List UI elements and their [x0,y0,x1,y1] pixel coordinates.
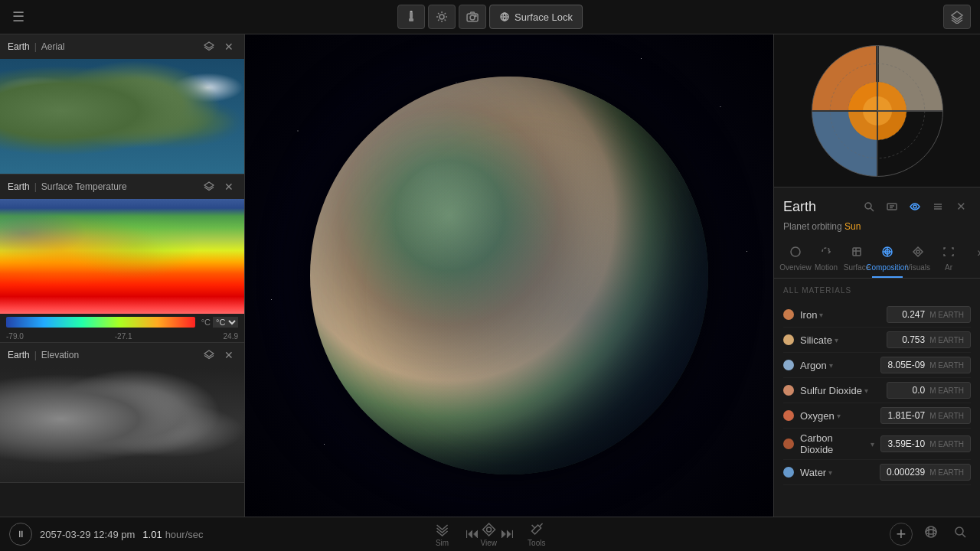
nav-sim-label: Sim [436,539,449,547]
planet-title: Earth [783,199,853,215]
material-dot [783,385,794,396]
aerial-layer: Aerial [41,41,197,52]
toolbar-center-group: Surface Lock [397,5,583,29]
svg-rect-23 [887,204,897,210]
material-chevron-icon[interactable]: ▾ [819,311,823,319]
view-icon [481,522,496,537]
temp-unit: °C °C °F K [201,317,238,328]
eye-icon-btn[interactable] [905,197,925,217]
tools-icon [529,522,544,537]
torch-button[interactable] [397,5,425,29]
material-value-box: 8.05E-09 M EARTH [880,357,971,373]
svg-line-45 [962,534,965,537]
tab-visuals[interactable]: Visuals [903,241,933,278]
material-chevron-icon[interactable]: ▾ [837,412,841,420]
earth-globe[interactable] [310,77,708,474]
search-button[interactable] [949,521,971,546]
main-viewport[interactable] [245,34,773,517]
aerial-close-btn[interactable]: ✕ [221,39,237,54]
tab-overview[interactable]: Overview [780,241,811,278]
materials-title: ALL MATERIALS [783,286,971,295]
temp-min: -79.0 [6,332,24,341]
elevation-panel: Earth | Elevation ✕ [0,343,244,483]
surface-lock-button[interactable]: Surface Lock [489,5,583,29]
material-value: 0.0 [912,385,925,396]
tab-surface[interactable]: Surface [841,241,872,278]
visuals-tab-label: Visuals [906,263,930,272]
material-value-box: 0.000239 M EARTH [880,464,971,481]
material-row[interactable]: Sulfur Dioxide ▾ 0.0 M EARTH [783,378,971,403]
info-icons: ✕ [859,197,971,217]
svg-marker-39 [482,523,495,536]
nav-tools[interactable]: Tools [520,522,553,547]
temp-scale: °C °C °F K [0,314,244,331]
material-row[interactable]: Argon ▾ 8.05E-09 M EARTH [783,353,971,378]
material-chevron-icon[interactable]: ▾ [835,336,838,344]
material-value-box: 1.81E-07 M EARTH [880,407,971,424]
material-value: 0.753 [902,334,925,345]
camera-button[interactable] [459,5,486,29]
material-chevron-icon[interactable]: ▾ [829,361,833,370]
play-pause-button[interactable]: ⏸ [9,523,32,546]
temp-map-visual [0,199,244,314]
sim-icon [435,522,450,537]
material-value: 0.247 [902,309,925,320]
overview-tab-label: Overview [779,263,812,272]
settings-button[interactable] [428,5,456,29]
material-unit: M EARTH [929,311,964,319]
svg-marker-10 [204,42,214,48]
material-row[interactable]: Carbon Dioxide ▾ 3.59E-10 M EARTH [783,429,971,460]
tab-motion[interactable]: Motion [811,241,841,278]
ar-tab-label: Ar [945,263,952,272]
nav-view[interactable]: View [473,522,505,547]
svg-marker-9 [952,11,962,19]
aerial-map-image [0,59,244,174]
svg-point-5 [470,15,475,20]
svg-marker-11 [204,182,214,188]
material-row[interactable]: Silicate ▾ 0.753 M EARTH [783,328,971,353]
menu-button[interactable]: ☰ [9,5,28,28]
nav-sim[interactable]: Sim [427,522,458,547]
orbit-text: Planet orbiting Sun [783,221,971,232]
close-icon-btn[interactable]: ✕ [951,197,971,217]
search-icon-btn[interactable] [859,197,879,217]
bottom-toolbar: ⏸ 2057-03-29 12:49 pm 1.01 hour/sec ⏮ ⏭ … [0,517,980,551]
material-chevron-icon[interactable]: ▾ [828,468,832,477]
bottom-nav-items: Sim View Tools [427,522,554,547]
info-expand-btn[interactable] [882,197,902,217]
temp-layer: Surface Temperature [41,181,197,192]
material-unit: M EARTH [929,361,964,370]
layers-button[interactable] [943,5,971,29]
material-row[interactable]: Water ▾ 0.000239 M EARTH [783,460,971,485]
temperature-header: Earth | Surface Temperature ✕ [0,174,244,199]
info-panel: Earth [774,187,980,279]
tab-more[interactable]: › [964,241,980,278]
aerial-header: Earth | Aerial ✕ [0,34,244,59]
speed-unit: hour/sec [165,529,204,540]
info-header: Earth [783,197,971,217]
material-row[interactable]: Iron ▾ 0.247 M EARTH [783,302,971,328]
material-unit: M EARTH [929,412,964,420]
temp-unit-select[interactable]: °C °F K [213,317,238,328]
material-value: 0.000239 [887,467,925,478]
list-icon-btn[interactable] [928,197,948,217]
material-unit: M EARTH [929,440,964,448]
aerial-layers-btn[interactable] [201,39,217,54]
elev-close-btn[interactable]: ✕ [221,347,237,363]
add-button[interactable]: + [890,523,913,546]
orbit-body-link[interactable]: Sun [844,221,861,232]
elev-map-image [0,367,244,482]
material-row[interactable]: Oxygen ▾ 1.81E-07 M EARTH [783,403,971,429]
overview-tab-icon [789,246,802,261]
svg-point-38 [916,250,920,253]
material-chevron-icon[interactable]: ▾ [871,440,874,448]
speed-value: 1.01 [142,529,162,540]
temp-layers-btn[interactable] [201,179,217,194]
elev-layers-btn[interactable] [201,347,217,363]
material-chevron-icon[interactable]: ▾ [864,386,868,395]
tab-ar[interactable]: Ar [933,241,964,278]
svg-marker-2 [410,11,413,12]
tab-composition[interactable]: Composition [872,241,903,278]
globe-rotate-button[interactable] [920,521,942,546]
temp-close-btn[interactable]: ✕ [221,179,237,194]
